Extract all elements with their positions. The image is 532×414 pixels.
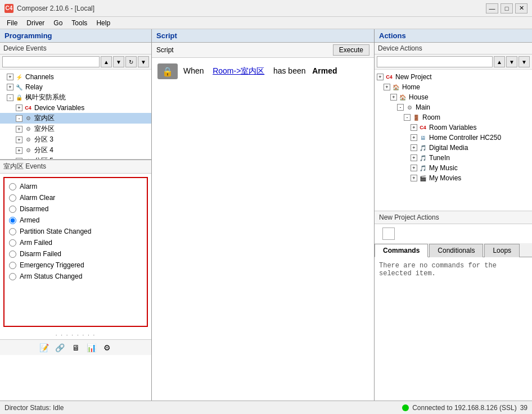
main-label: Main — [416, 103, 430, 111]
expander-zone3[interactable]: + — [16, 137, 22, 143]
app-icon: C4 — [4, 4, 13, 13]
device-actions-section: Device Actions ▲ ▼ ▼ + C4 New Project + … — [375, 43, 532, 211]
expander-digital-media[interactable]: + — [411, 144, 417, 151]
maximize-button[interactable]: □ — [501, 3, 513, 13]
refresh-button[interactable]: ↻ — [125, 56, 137, 67]
close-button[interactable]: ✕ — [515, 3, 528, 13]
actions-filter-button[interactable]: ▼ — [519, 56, 530, 67]
expander-main[interactable]: - — [397, 104, 404, 111]
script-header: Script — [152, 29, 374, 43]
toolbar-gear-btn[interactable]: ⚙ — [101, 342, 114, 354]
actions-tree-new-project[interactable]: + C4 New Project — [375, 72, 532, 82]
toolbar-chart-btn[interactable]: 📊 — [85, 342, 98, 354]
outdoor-label: 室外区 — [34, 124, 55, 134]
event-arm-status[interactable]: Arm Status Changed — [9, 272, 142, 280]
execute-button[interactable]: Execute — [333, 44, 369, 56]
tree-item-zone5[interactable]: + ⚙ 分区 5 — [0, 156, 151, 160]
tree-item-channels[interactable]: + ⚡ Channels — [0, 72, 151, 82]
actions-tree-room-vars[interactable]: + C4 Room Variables — [375, 122, 532, 133]
menu-tools[interactable]: Tools — [67, 18, 92, 28]
toolbar-screen-btn[interactable]: 🖥 — [70, 342, 82, 354]
actions-tree-digital-media[interactable]: + 🎵 Digital Media — [375, 143, 532, 153]
expander-tunein[interactable]: + — [411, 154, 417, 161]
actions-tree-hc250[interactable]: + 🖥 Home Controller HC250 — [375, 133, 532, 143]
tree-item-indoor[interactable]: - ⚙ 室内区 — [0, 113, 151, 124]
event-partition-state[interactable]: Partition State Changed — [9, 228, 142, 235]
event-armed[interactable]: Armed — [9, 216, 142, 224]
toolbar-link-btn[interactable]: 🔗 — [54, 342, 66, 354]
event-emergency[interactable]: Emergency Triggered — [9, 261, 142, 269]
actions-tree-tunein[interactable]: + 🎵 TuneIn — [375, 153, 532, 163]
commands-tab-content: There are no commands for the selected i… — [375, 257, 532, 401]
radio-emergency[interactable] — [9, 262, 16, 269]
minimize-button[interactable]: — — [486, 3, 498, 13]
tree-item-fengye[interactable]: - 🔒 枫叶安防系统 — [0, 92, 151, 103]
actions-tree-room[interactable]: - 🚪 Room — [375, 112, 532, 122]
actions-down-button[interactable]: ▼ — [506, 56, 517, 67]
radio-alarm-clear[interactable] — [9, 194, 16, 202]
menu-help[interactable]: Help — [92, 18, 115, 28]
radio-disarmed[interactable] — [9, 206, 16, 213]
device-actions-header: Device Actions — [375, 43, 532, 54]
expander-zone4[interactable]: + — [16, 147, 22, 154]
toolbar-edit-btn[interactable]: 📝 — [38, 342, 51, 354]
actions-up-button[interactable]: ▲ — [494, 56, 505, 67]
expander-home[interactable]: + — [384, 84, 390, 90]
down-arrow-button[interactable]: ▼ — [113, 56, 124, 67]
actions-tree-home[interactable]: + 🏠 Home — [375, 82, 532, 92]
tab-conditionals[interactable]: Conditionals — [429, 244, 483, 257]
radio-arm-status[interactable] — [9, 273, 16, 280]
actions-tree-house[interactable]: + 🏠 House — [375, 92, 532, 102]
expander-relay[interactable]: + — [7, 84, 13, 90]
event-alarm[interactable]: Alarm — [9, 183, 142, 190]
tree-item-relay[interactable]: + 🔧 Relay — [0, 82, 151, 92]
menu-go[interactable]: Go — [49, 18, 67, 28]
action-add-box[interactable] — [382, 228, 395, 240]
actions-tree-main[interactable]: - ⚙ Main — [375, 102, 532, 112]
actions-tree: + C4 New Project + 🏠 Home + 🏠 House — [375, 70, 532, 211]
tree-item-zone3[interactable]: + ⚙ 分区 3 — [0, 134, 151, 145]
radio-arm-failed[interactable] — [9, 239, 16, 247]
tab-loops[interactable]: Loops — [484, 244, 520, 257]
radio-disarm-failed[interactable] — [9, 251, 16, 258]
device-events-input[interactable] — [2, 56, 100, 67]
expander-my-movies[interactable]: + — [411, 175, 417, 181]
actions-tree-my-movies[interactable]: + 🎬 My Movies — [375, 173, 532, 183]
event-disarmed[interactable]: Disarmed — [9, 205, 142, 213]
actions-search-input[interactable] — [377, 56, 493, 67]
expander-room[interactable]: - — [404, 114, 411, 121]
tree-item-zone4[interactable]: + ⚙ 分区 4 — [0, 145, 151, 156]
expander-hc250[interactable]: + — [411, 134, 417, 141]
main-icon: ⚙ — [405, 103, 414, 112]
menu-driver[interactable]: Driver — [22, 18, 49, 28]
actions-tree-my-music[interactable]: + 🎵 My Music — [375, 163, 532, 173]
new-project-label: New Project — [395, 73, 432, 81]
menu-file[interactable]: File — [2, 18, 22, 28]
tree-item-device-vars[interactable]: + C4 Device Variables — [0, 103, 151, 113]
radio-alarm[interactable] — [9, 183, 16, 190]
event-arm-failed[interactable]: Arm Failed — [9, 239, 142, 247]
filter-button[interactable]: ▼ — [138, 56, 149, 67]
expander-my-music[interactable]: + — [411, 165, 417, 171]
indoor-icon: ⚙ — [24, 114, 33, 123]
event-disarm-failed[interactable]: Disarm Failed — [9, 250, 142, 258]
expander-new-project[interactable]: + — [377, 74, 384, 80]
house-icon: 🏠 — [398, 93, 407, 102]
tab-commands[interactable]: Commands — [375, 244, 428, 257]
expander-fengye[interactable]: - — [7, 94, 13, 101]
tree-item-outdoor[interactable]: + ⚙ 室外区 — [0, 124, 151, 134]
actions-toolbar: ▲ ▼ ▼ — [375, 54, 532, 70]
digital-media-icon: 🎵 — [418, 143, 427, 152]
expander-device-vars[interactable]: + — [16, 104, 22, 111]
radio-partition-state[interactable] — [9, 228, 16, 235]
radio-armed[interactable] — [9, 217, 16, 224]
expander-channels[interactable]: + — [7, 74, 13, 80]
expander-house[interactable]: + — [390, 94, 397, 101]
event-alarm-clear[interactable]: Alarm Clear — [9, 194, 142, 202]
expander-outdoor[interactable]: + — [16, 126, 22, 133]
programming-header: Programming — [0, 29, 151, 43]
director-status: Director Status: Idle — [4, 404, 64, 412]
expander-indoor[interactable]: - — [16, 115, 22, 122]
up-arrow-button[interactable]: ▲ — [101, 56, 112, 67]
expander-room-vars[interactable]: + — [411, 124, 417, 131]
